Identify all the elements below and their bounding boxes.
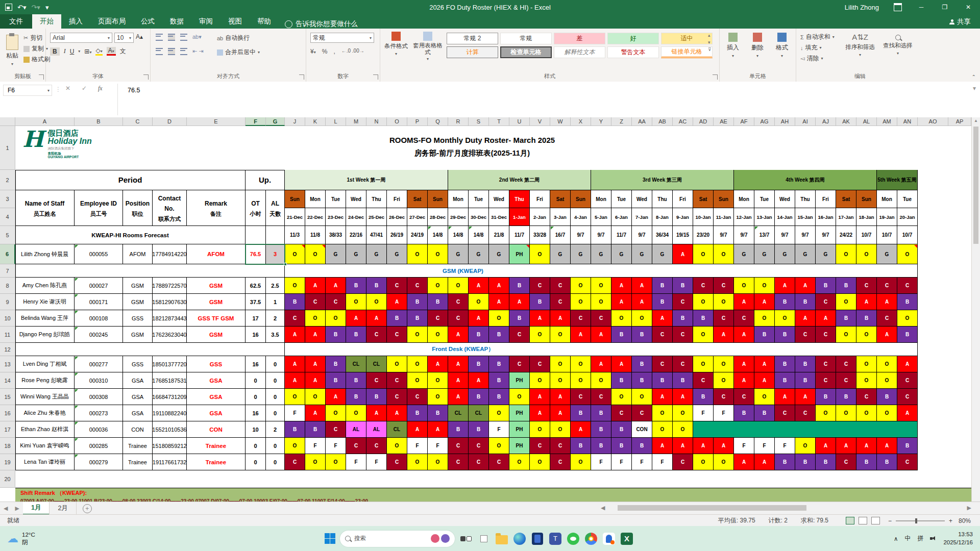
shift-cell[interactable]: C [509, 356, 530, 372]
forecast-label[interactable]: KWEAP-HI Rooms Forecast [15, 226, 246, 244]
shift-cell[interactable]: C [816, 327, 836, 343]
shift-cell[interactable]: C [693, 372, 714, 389]
row-header-2[interactable]: 2 [0, 170, 15, 190]
fill-button[interactable]: ↓填充▾ [800, 42, 835, 53]
select-all-corner[interactable] [0, 117, 15, 126]
borders-icon[interactable]: ⊞▾ [84, 48, 91, 55]
clear-button[interactable]: ◅清除▾ [800, 53, 835, 64]
shift-cell[interactable]: B [489, 372, 509, 389]
shift-cell[interactable]: G [734, 244, 754, 264]
shift-cell[interactable]: O [877, 405, 897, 421]
shift-cell[interactable]: O [795, 438, 816, 454]
shift-cell[interactable]: A [305, 372, 326, 389]
shift-cell[interactable]: CL [469, 405, 489, 421]
day-header[interactable]: Sat [836, 190, 856, 208]
autosum-button[interactable]: Σ自动求和▾ [800, 32, 835, 42]
column-header-G[interactable]: G [266, 117, 285, 126]
chrome-icon[interactable] [584, 532, 598, 545]
delete-cells-button[interactable]: 删除▾ [746, 33, 769, 58]
forecast-value[interactable]: 11/7 [611, 226, 632, 244]
staff-id[interactable]: 000027 [75, 278, 123, 294]
shift-cell[interactable]: F [632, 454, 652, 470]
shift-cell[interactable]: A [754, 356, 775, 372]
day-header[interactable]: Sun [571, 190, 591, 208]
shift-cell[interactable]: O [428, 327, 448, 343]
shift-cell[interactable]: O [305, 389, 326, 405]
day-header[interactable]: Wed [489, 190, 509, 208]
date-header[interactable]: 12-Jan [734, 208, 754, 226]
day-header[interactable]: Sun [856, 190, 877, 208]
sheet-tab-1月[interactable]: 1月 [23, 502, 50, 515]
font-color-icon[interactable]: A▾ [107, 47, 116, 56]
shift-cell[interactable]: O [856, 372, 877, 389]
undo-icon[interactable]: ↶▾ [17, 4, 26, 11]
day-header[interactable]: Thu [795, 190, 816, 208]
column-header-N[interactable]: N [366, 117, 387, 126]
shift-cell[interactable]: O [836, 244, 856, 264]
shift-cell[interactable]: B [591, 405, 611, 421]
shift-cell[interactable]: B [428, 294, 448, 310]
day-header[interactable]: Mon [305, 190, 326, 208]
shift-cell[interactable]: G [632, 244, 652, 264]
date-header[interactable]: 21-Dec [285, 208, 305, 226]
staff-contact[interactable]: 19117661732 [153, 454, 187, 470]
shift-cell[interactable]: B [652, 372, 673, 389]
column-header-AC[interactable]: AC [673, 117, 693, 126]
horizontal-scrollbar[interactable]: ◀ ▶ [597, 504, 975, 512]
merge-center-button[interactable]: 合并后居中▾ [217, 47, 260, 58]
column-header-F[interactable]: F [246, 117, 266, 126]
shift-cell[interactable]: A [428, 356, 448, 372]
column-header-J[interactable]: J [285, 117, 305, 126]
forecast-value[interactable]: 9/7 [632, 226, 652, 244]
staff-remark[interactable]: GSM [187, 327, 246, 343]
staff-contact[interactable]: 17784914220 [153, 244, 187, 264]
week-band-2[interactable]: 2nd Week 第二周 [448, 170, 591, 190]
forecast-value[interactable]: 24/22 [836, 226, 856, 244]
staff-contact[interactable]: 16684731209 [153, 389, 187, 405]
shift-cell[interactable]: A [816, 310, 836, 327]
shift-cell[interactable]: A [673, 244, 693, 264]
table-header-employee-id[interactable]: Employee ID员工号 [75, 190, 123, 226]
ribbon-tab-数据[interactable]: 数据 [162, 14, 191, 29]
shift-cell[interactable]: O [469, 294, 489, 310]
day-header[interactable]: Mon [877, 190, 897, 208]
shift-cell[interactable]: B [469, 389, 489, 405]
formula-input[interactable]: 76.5 [128, 87, 140, 94]
staff-al[interactable]: 2 [266, 421, 285, 438]
column-header-AB[interactable]: AB [652, 117, 673, 126]
shift-cell[interactable]: B [407, 405, 428, 421]
shift-cell[interactable]: C [897, 372, 918, 389]
day-header[interactable]: Thu [652, 190, 673, 208]
staff-contact[interactable]: 17685187531 [153, 372, 187, 389]
shift-cell[interactable]: B [530, 294, 550, 310]
shift-cell[interactable]: B [795, 454, 816, 470]
staff-remark[interactable]: GSA [187, 405, 246, 421]
table-header-remark[interactable]: Remark备注 [187, 190, 246, 226]
shift-cell[interactable]: C [387, 389, 407, 405]
day-header[interactable]: Fri [387, 190, 407, 208]
shift-cell[interactable]: O [550, 327, 571, 343]
shift-cell[interactable]: G [366, 244, 387, 264]
forecast-value[interactable]: 21/8 [489, 226, 509, 244]
row-header-16[interactable]: 16 [0, 405, 15, 421]
widgets-icon[interactable] [477, 532, 491, 545]
phonetic-icon[interactable]: 文 [120, 47, 126, 56]
shift-cell[interactable]: A [448, 327, 469, 343]
shift-cell[interactable]: B [326, 372, 346, 389]
row-header-20[interactable]: 20 [0, 470, 15, 488]
shift-cell[interactable]: O [407, 327, 428, 343]
date-header[interactable]: 26-Dec [387, 208, 407, 226]
sheet-tab-2月[interactable]: 2月 [50, 502, 76, 515]
shift-cell[interactable]: A [591, 327, 611, 343]
sheet-nav-left-icon[interactable]: ◀ [0, 505, 11, 512]
staff-ot[interactable]: 37.5 [246, 294, 266, 310]
staff-name[interactable]: Kimi Yuan 袁宇嵘鸣 [15, 438, 75, 454]
shift-cell[interactable]: G [489, 244, 509, 264]
column-header-C[interactable]: C [123, 117, 153, 126]
staff-ot[interactable]: 0 [246, 438, 266, 454]
shift-cell[interactable]: A [448, 372, 469, 389]
day-header[interactable]: Sat [693, 190, 714, 208]
shift-cell[interactable]: B [326, 327, 346, 343]
staff-position[interactable]: GSA [123, 389, 153, 405]
row-header-17[interactable]: 17 [0, 421, 15, 438]
